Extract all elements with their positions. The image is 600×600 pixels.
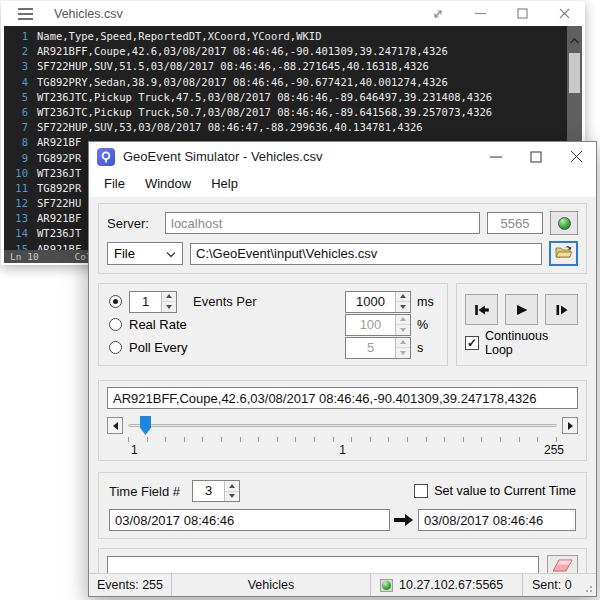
line-text: WT236JTC,Pickup Truck,50.7,03/08/2017 08… <box>37 105 492 120</box>
line-text: SF722HUP,SUV,53,03/08/2017 08:46:47,-88.… <box>37 120 423 135</box>
line-text: TG892PRY,Sedan,38.9,03/08/2017 08:46:46,… <box>37 75 448 90</box>
line-text: WT236JT <box>37 226 81 241</box>
message-output-field[interactable] <box>107 556 539 574</box>
spin-down-icon[interactable] <box>396 325 410 335</box>
time-field-value: 3 <box>193 481 224 501</box>
expand-diagonal-icon[interactable] <box>417 1 459 26</box>
event-slider-thumb[interactable] <box>140 416 151 435</box>
line-number: 9 <box>4 151 28 166</box>
spin-down-icon[interactable] <box>396 348 410 358</box>
simulator-titlebar[interactable]: GeoEvent Simulator - Vehicles.csv <box>89 142 596 171</box>
spin-up-icon[interactable] <box>396 315 410 326</box>
time-from-input[interactable] <box>109 509 390 531</box>
slider-left-button[interactable] <box>107 417 123 434</box>
time-field-group: Time Field # 3 Set value to Current Time <box>98 472 587 539</box>
spin-down-icon[interactable] <box>162 302 176 312</box>
slider-max-label: 255 <box>544 443 564 457</box>
maximize-icon[interactable] <box>516 142 556 171</box>
real-rate-spinner[interactable]: 100 <box>345 314 411 336</box>
line-text: SF722HUP,SUV,51.5,03/08/2017 08:46:46,-8… <box>37 59 429 74</box>
menu-item[interactable]: Window <box>135 173 201 195</box>
line-text: AR921BF <box>37 135 81 150</box>
step-button[interactable] <box>545 294 578 325</box>
minimize-icon[interactable] <box>459 1 501 26</box>
line-text: SF722HU <box>37 196 81 211</box>
line-number: 5 <box>4 90 28 105</box>
time-field-label: Time Field # <box>109 484 180 499</box>
event-count-spinner[interactable]: 1 <box>129 291 177 313</box>
real-rate-value: 100 <box>346 315 395 335</box>
current-event-input[interactable] <box>107 387 578 409</box>
line-text: AR921BF <box>37 211 81 226</box>
menu-item[interactable]: File <box>94 173 135 195</box>
interval-spinner[interactable]: 1000 <box>345 291 411 313</box>
line-number: 12 <box>4 196 28 211</box>
poll-unit-label: s <box>417 341 437 355</box>
time-field-spinner[interactable]: 3 <box>192 480 240 502</box>
connect-button[interactable] <box>550 211 578 235</box>
time-to-input[interactable] <box>418 509 576 531</box>
playback-group: ✓ Continuous Loop <box>456 283 587 366</box>
hamburger-menu-icon[interactable] <box>18 8 33 20</box>
scroll-up-icon[interactable] <box>569 31 580 49</box>
skip-to-start-button[interactable] <box>465 294 498 325</box>
poll-value: 5 <box>346 338 395 358</box>
real-rate-label: Real Rate <box>129 317 345 332</box>
line-number: 8 <box>4 135 28 150</box>
geoevent-app-icon <box>97 148 115 166</box>
server-host-input[interactable] <box>165 212 480 234</box>
cursor-line-indicator: Ln 10 <box>4 250 39 263</box>
line-number: 7 <box>4 120 28 135</box>
source-type-dropdown[interactable]: File <box>107 242 183 265</box>
maximize-icon[interactable] <box>501 1 543 26</box>
line-number: 6 <box>4 105 28 120</box>
line-number: 3 <box>4 59 28 74</box>
poll-every-label: Poll Every <box>129 340 345 355</box>
browse-file-button[interactable] <box>549 241 578 266</box>
spin-up-icon[interactable] <box>225 481 239 492</box>
slider-right-button[interactable] <box>562 417 578 434</box>
poll-every-radio[interactable] <box>109 341 122 354</box>
continuous-loop-checkbox[interactable]: ✓ <box>465 336 479 350</box>
clear-button[interactable] <box>547 555 578 573</box>
line-text: WT236JT <box>37 166 81 181</box>
close-icon[interactable] <box>556 142 596 171</box>
editor-titlebar: Vehicles.csv <box>1 1 585 26</box>
real-rate-radio[interactable] <box>109 318 122 331</box>
line-number: 1 <box>4 29 28 44</box>
event-slider-track[interactable] <box>126 416 559 435</box>
csv-line: 5 WT236JTC,Pickup Truck,47.5,03/08/2017 … <box>4 90 582 105</box>
source-type-value: File <box>114 246 135 261</box>
resize-grip[interactable] <box>582 574 596 596</box>
scrollbar-thumb[interactable] <box>569 53 580 93</box>
play-button[interactable] <box>505 294 538 325</box>
csv-line: 4 TG892PRY,Sedan,38.9,03/08/2017 08:46:4… <box>4 75 582 90</box>
spin-down-icon[interactable] <box>225 492 239 502</box>
poll-spinner[interactable]: 5 <box>345 337 411 359</box>
line-number: 11 <box>4 181 28 196</box>
server-label: Server: <box>107 216 165 231</box>
spin-up-icon[interactable] <box>396 292 410 303</box>
slider-ticks <box>128 437 557 442</box>
csv-line: 1 Name,Type,Speed,ReportedDT,XCoord,YCoo… <box>4 29 582 44</box>
minimize-icon[interactable] <box>476 142 516 171</box>
file-path-input[interactable] <box>190 243 542 265</box>
spin-down-icon[interactable] <box>396 302 410 312</box>
line-text: AR921BFF,Coupe,42.6,03/08/2017 08:46:46,… <box>37 44 448 59</box>
close-icon[interactable] <box>543 1 585 26</box>
server-port-input[interactable] <box>487 212 543 234</box>
real-rate-unit-label: % <box>417 318 437 332</box>
set-current-time-checkbox[interactable] <box>414 484 428 498</box>
csv-line: 7 SF722HUP,SUV,53,03/08/2017 08:46:47,-8… <box>4 120 582 135</box>
message-group <box>98 548 587 573</box>
simulator-window-title: GeoEvent Simulator - Vehicles.csv <box>123 149 476 164</box>
menu-item[interactable]: Help <box>201 173 248 195</box>
spin-up-icon[interactable] <box>162 292 176 303</box>
slider-current-label: 1 <box>339 443 346 457</box>
eraser-icon <box>553 559 573 574</box>
events-per-radio[interactable] <box>109 295 122 308</box>
simulator-client-area: Server: File <box>89 197 596 573</box>
line-number: 14 <box>4 226 28 241</box>
geoevent-simulator-window: GeoEvent Simulator - Vehicles.csv FileWi… <box>88 141 597 597</box>
spin-up-icon[interactable] <box>396 338 410 349</box>
